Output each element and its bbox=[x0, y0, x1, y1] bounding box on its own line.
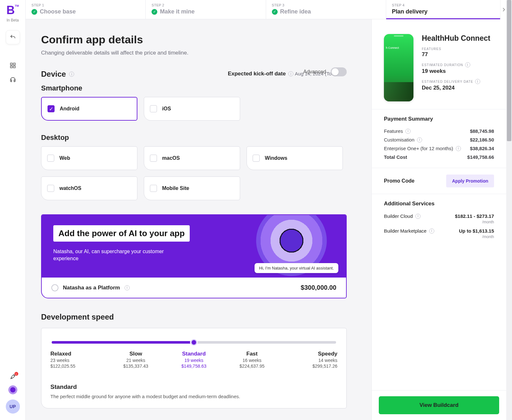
device-heading: Device bbox=[41, 70, 66, 79]
main-content: Confirm app details Changing deliverable… bbox=[26, 19, 360, 420]
summary-row-total: Total Cost $149,758.66 bbox=[384, 153, 494, 161]
platform-ios[interactable]: iOS bbox=[144, 97, 240, 121]
additional-services-heading: Additional Services bbox=[384, 201, 494, 207]
ai-option-name: Natasha as a Platform bbox=[63, 285, 120, 291]
smartphone-heading: Smartphone bbox=[41, 84, 347, 92]
info-icon[interactable]: i bbox=[405, 129, 411, 134]
info-icon[interactable]: i bbox=[465, 62, 470, 67]
speed-fast[interactable]: Fast 16 weeks $224,637.95 bbox=[225, 351, 279, 369]
support-icon[interactable] bbox=[9, 76, 16, 83]
kickoff-label: Expected kick-off date i bbox=[228, 71, 293, 77]
delivery-label: ESTIMATED DELIVERY DATE i bbox=[422, 79, 490, 84]
speed-selected-title: Standard bbox=[50, 383, 337, 390]
step-3[interactable]: STEP 3 ✓Refine idea bbox=[266, 0, 386, 19]
advanced-toggle[interactable] bbox=[331, 67, 347, 76]
page-title: Confirm app details bbox=[41, 33, 347, 46]
stepper: STEP 1 ✓Choose base STEP 2 ✓Make it mine… bbox=[26, 0, 506, 19]
apply-promotion-button[interactable]: Apply Promotion bbox=[446, 175, 494, 187]
ai-banner-title: Add the power of AI to your app bbox=[53, 225, 190, 242]
speed-selected-desc: The perfect middle ground for anyone wit… bbox=[50, 394, 337, 399]
ai-option-price: $300,000.00 bbox=[301, 284, 336, 291]
speed-card: Relaxed 23 weeks $122,025.55 Slow 21 wee… bbox=[41, 328, 347, 408]
info-icon[interactable]: i bbox=[429, 228, 434, 234]
checkbox-icon: ✓ bbox=[48, 105, 55, 112]
checkbox-icon bbox=[150, 105, 157, 112]
info-icon[interactable]: i bbox=[417, 137, 422, 142]
platform-web[interactable]: Web bbox=[41, 146, 137, 170]
phone-preview: h Connect bbox=[384, 34, 413, 101]
check-icon: ✓ bbox=[272, 9, 278, 15]
assistant-pulse-icon[interactable] bbox=[8, 385, 17, 394]
info-icon[interactable]: i bbox=[475, 79, 480, 84]
scrollbar-track[interactable] bbox=[506, 0, 512, 420]
ai-banner: Add the power of AI to your app Natasha,… bbox=[41, 214, 347, 298]
additional-row-cloud: Builder Cloudi $182.11 - $273.17/month bbox=[384, 211, 494, 226]
speed-slider[interactable] bbox=[52, 341, 336, 344]
assistant-chat-bubble: Hi, I'm Natasha, your virtual AI assista… bbox=[255, 263, 338, 273]
stepper-next-button[interactable] bbox=[500, 0, 507, 19]
speed-relaxed[interactable]: Relaxed 23 weeks $122,025.55 bbox=[50, 351, 105, 369]
beta-label: In Beta bbox=[6, 18, 19, 22]
scrollbar-thumb[interactable] bbox=[507, 0, 511, 141]
promo-label: Promo Code bbox=[384, 178, 414, 184]
delivery-value: Dec 25, 2024 bbox=[422, 85, 490, 91]
speed-slow[interactable]: Slow 21 weeks $135,337.43 bbox=[108, 351, 163, 369]
check-icon: ✓ bbox=[152, 9, 157, 15]
platform-android[interactable]: ✓ Android bbox=[41, 97, 137, 121]
slider-thumb-icon[interactable] bbox=[191, 339, 197, 346]
payment-summary-heading: Payment Summary bbox=[384, 116, 494, 122]
summary-row-features: Featuresi $88,745.98 bbox=[384, 127, 494, 135]
platform-mobile-site[interactable]: Mobile Site bbox=[144, 176, 240, 200]
radio-icon[interactable] bbox=[51, 284, 58, 291]
check-icon: ✓ bbox=[31, 9, 37, 15]
features-label: FEATURES bbox=[422, 47, 490, 51]
info-icon[interactable]: i bbox=[415, 214, 421, 219]
checkbox-icon bbox=[150, 155, 157, 162]
features-value: 77 bbox=[422, 51, 490, 58]
platform-watchos[interactable]: watchOS bbox=[41, 176, 137, 200]
speed-standard[interactable]: Standard 19 weeks $149,758.63 bbox=[167, 351, 221, 369]
rocket-badge: • bbox=[14, 372, 18, 376]
advanced-label: Advanced bbox=[303, 69, 326, 75]
speed-speedy[interactable]: Speedy 14 weeks $299,517.26 bbox=[283, 351, 337, 369]
undo-icon bbox=[10, 34, 16, 40]
summary-row-enterprise: Enterprise One+ (for 12 months)i $38,826… bbox=[384, 144, 494, 153]
additional-row-marketplace: Builder Marketplacei Up to $1,613.15/mon… bbox=[384, 226, 494, 241]
checkbox-icon bbox=[47, 185, 54, 192]
apps-icon[interactable] bbox=[10, 62, 16, 69]
step-2[interactable]: STEP 2 ✓Make it mine bbox=[146, 0, 266, 19]
desktop-heading: Desktop bbox=[41, 133, 347, 142]
platform-windows[interactable]: Windows bbox=[247, 146, 343, 170]
summary-sidebar: h Connect HealthHub Connect FEATURES 77 … bbox=[371, 19, 506, 420]
undo-button[interactable] bbox=[6, 30, 20, 44]
platform-macos[interactable]: macOS bbox=[144, 146, 240, 170]
step-4[interactable]: STEP 4 Plan delivery bbox=[386, 0, 506, 19]
checkbox-icon bbox=[150, 185, 157, 192]
info-icon[interactable]: i bbox=[288, 71, 293, 76]
info-icon[interactable]: i bbox=[125, 285, 130, 290]
ai-banner-desc: Natasha, our AI, can supercharge your cu… bbox=[53, 248, 172, 262]
checkbox-icon bbox=[47, 155, 54, 162]
summary-row-customisation: Customisationi $22,186.50 bbox=[384, 135, 494, 144]
page-subtitle: Changing deliverable details will affect… bbox=[41, 50, 347, 56]
speed-heading: Development speed bbox=[41, 313, 114, 321]
checkbox-icon bbox=[253, 155, 260, 162]
rocket-button[interactable]: • bbox=[9, 373, 16, 380]
left-rail: BTM In Beta • UP bbox=[0, 0, 26, 420]
step-1[interactable]: STEP 1 ✓Choose base bbox=[26, 0, 146, 19]
chevron-right-icon bbox=[502, 7, 505, 12]
duration-value: 19 weeks bbox=[422, 68, 490, 74]
duration-label: ESTIMATED DURATION i bbox=[422, 62, 490, 67]
logo[interactable]: BTM bbox=[6, 4, 19, 16]
view-buildcard-button[interactable]: View Buildcard bbox=[379, 396, 499, 414]
avatar[interactable]: UP bbox=[6, 399, 20, 414]
app-name: HealthHub Connect bbox=[422, 34, 490, 43]
info-icon[interactable]: i bbox=[456, 146, 461, 151]
